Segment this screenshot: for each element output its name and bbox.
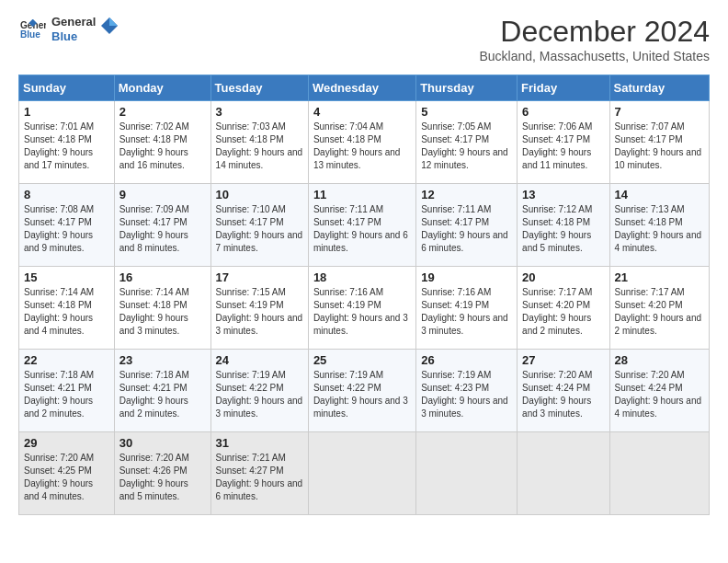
table-row: 8 Sunrise: 7:08 AMSunset: 4:17 PMDayligh… <box>19 184 710 267</box>
day-cell: 31 Sunrise: 7:21 AMSunset: 4:27 PMDaylig… <box>210 432 308 515</box>
day-cell: 13 Sunrise: 7:12 AMSunset: 4:18 PMDaylig… <box>518 184 609 267</box>
day-cell: 4 Sunrise: 7:04 AMSunset: 4:18 PMDayligh… <box>308 101 415 184</box>
header-row: Sunday Monday Tuesday Wednesday Thursday… <box>19 75 710 101</box>
day-cell: 25 Sunrise: 7:19 AMSunset: 4:22 PMDaylig… <box>308 350 415 432</box>
table-row: 1 Sunrise: 7:01 AMSunset: 4:18 PMDayligh… <box>19 101 710 184</box>
empty-cell <box>416 432 518 515</box>
day-cell: 22 Sunrise: 7:18 AMSunset: 4:21 PMDaylig… <box>19 350 115 432</box>
empty-cell <box>308 432 415 515</box>
day-cell: 10 Sunrise: 7:10 AMSunset: 4:17 PMDaylig… <box>210 184 308 267</box>
logo-text-blue: Blue <box>51 29 96 44</box>
day-cell: 26 Sunrise: 7:19 AMSunset: 4:23 PMDaylig… <box>416 350 518 432</box>
day-cell: 9 Sunrise: 7:09 AMSunset: 4:17 PMDayligh… <box>114 184 210 267</box>
calendar-table: Sunday Monday Tuesday Wednesday Thursday… <box>18 75 710 515</box>
day-cell: 12 Sunrise: 7:11 AMSunset: 4:17 PMDaylig… <box>416 184 518 267</box>
day-cell: 11 Sunrise: 7:11 AMSunset: 4:17 PMDaylig… <box>308 184 415 267</box>
day-cell: 21 Sunrise: 7:17 AMSunset: 4:20 PMDaylig… <box>609 267 709 350</box>
empty-cell <box>609 432 709 515</box>
table-row: 15 Sunrise: 7:14 AMSunset: 4:18 PMDaylig… <box>19 267 710 350</box>
table-row: 22 Sunrise: 7:18 AMSunset: 4:21 PMDaylig… <box>19 350 710 432</box>
col-sunday: Sunday <box>19 75 115 101</box>
day-cell: 16 Sunrise: 7:14 AMSunset: 4:18 PMDaylig… <box>114 267 210 350</box>
col-wednesday: Wednesday <box>308 75 415 101</box>
day-cell: 24 Sunrise: 7:19 AMSunset: 4:22 PMDaylig… <box>210 350 308 432</box>
day-cell: 30 Sunrise: 7:20 AMSunset: 4:26 PMDaylig… <box>114 432 210 515</box>
day-cell: 23 Sunrise: 7:18 AMSunset: 4:21 PMDaylig… <box>114 350 210 432</box>
empty-cell <box>518 432 609 515</box>
title-area: December 2024 Buckland, Massachusetts, U… <box>479 15 710 63</box>
day-cell: 15 Sunrise: 7:14 AMSunset: 4:18 PMDaylig… <box>19 267 115 350</box>
day-cell: 7 Sunrise: 7:07 AMSunset: 4:17 PMDayligh… <box>609 101 709 184</box>
location-title: Buckland, Massachusetts, United States <box>479 49 710 63</box>
day-cell: 28 Sunrise: 7:20 AMSunset: 4:24 PMDaylig… <box>609 350 709 432</box>
day-cell: 17 Sunrise: 7:15 AMSunset: 4:19 PMDaylig… <box>210 267 308 350</box>
day-cell: 27 Sunrise: 7:20 AMSunset: 4:24 PMDaylig… <box>518 350 609 432</box>
svg-text:Blue: Blue <box>20 29 40 39</box>
header: General Blue General Blue December 2024 … <box>18 15 710 63</box>
day-cell: 19 Sunrise: 7:16 AMSunset: 4:19 PMDaylig… <box>416 267 518 350</box>
table-row: 29 Sunrise: 7:20 AMSunset: 4:25 PMDaylig… <box>19 432 710 515</box>
day-cell: 6 Sunrise: 7:06 AMSunset: 4:17 PMDayligh… <box>518 101 609 184</box>
day-cell: 14 Sunrise: 7:13 AMSunset: 4:18 PMDaylig… <box>609 184 709 267</box>
month-title: December 2024 <box>479 15 710 49</box>
day-cell: 1 Sunrise: 7:01 AMSunset: 4:18 PMDayligh… <box>19 101 115 184</box>
day-cell: 8 Sunrise: 7:08 AMSunset: 4:17 PMDayligh… <box>19 184 115 267</box>
col-friday: Friday <box>518 75 609 101</box>
day-cell: 5 Sunrise: 7:05 AMSunset: 4:17 PMDayligh… <box>416 101 518 184</box>
day-cell: 18 Sunrise: 7:16 AMSunset: 4:19 PMDaylig… <box>308 267 415 350</box>
day-cell: 3 Sunrise: 7:03 AMSunset: 4:18 PMDayligh… <box>210 101 308 184</box>
col-tuesday: Tuesday <box>210 75 308 101</box>
col-thursday: Thursday <box>416 75 518 101</box>
day-cell: 20 Sunrise: 7:17 AMSunset: 4:20 PMDaylig… <box>518 267 609 350</box>
svg-marker-4 <box>109 17 118 26</box>
logo-text-general: General <box>51 15 96 29</box>
col-monday: Monday <box>114 75 210 101</box>
logo: General Blue General Blue <box>18 15 119 43</box>
col-saturday: Saturday <box>609 75 709 101</box>
day-cell: 29 Sunrise: 7:20 AMSunset: 4:25 PMDaylig… <box>19 432 115 515</box>
logo-icon <box>99 16 119 36</box>
day-cell: 2 Sunrise: 7:02 AMSunset: 4:18 PMDayligh… <box>114 101 210 184</box>
